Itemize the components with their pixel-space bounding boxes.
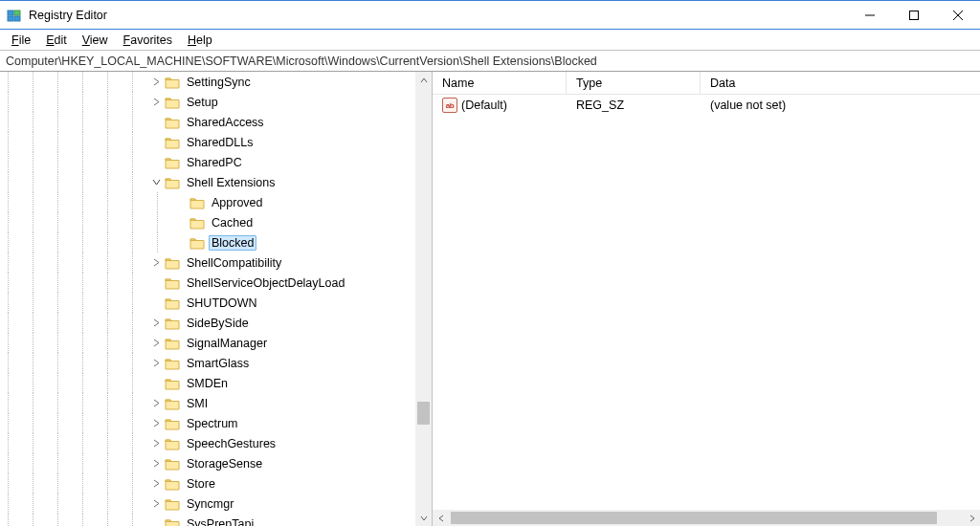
expand-icon[interactable]	[149, 296, 163, 310]
scroll-right-icon[interactable]	[964, 510, 980, 526]
folder-icon	[165, 317, 180, 330]
tree-item-signalmanager[interactable]: SignalManager	[0, 333, 415, 353]
values-horizontal-scrollbar[interactable]	[433, 510, 980, 526]
expand-icon[interactable]	[149, 357, 163, 370]
folder-icon	[165, 337, 180, 350]
value-row[interactable]: ab(Default)REG_SZ(value not set)	[433, 95, 980, 116]
expand-icon[interactable]	[174, 216, 188, 230]
folder-icon	[165, 96, 180, 109]
expand-icon[interactable]	[149, 417, 163, 430]
tree-item-approved[interactable]: Approved	[0, 192, 415, 212]
regedit-icon	[6, 7, 23, 24]
expand-icon[interactable]	[174, 236, 188, 250]
tree-item-label: Approved	[209, 195, 266, 210]
maximize-button[interactable]	[892, 1, 936, 30]
values-list[interactable]: ab(Default)REG_SZ(value not set)	[433, 95, 980, 510]
expand-icon[interactable]	[149, 156, 163, 169]
scroll-up-icon[interactable]	[415, 72, 432, 88]
tree-item-shutdown[interactable]: SHUTDOWN	[0, 293, 415, 313]
tree-item-store[interactable]: Store	[0, 473, 415, 493]
svg-rect-5	[910, 11, 919, 20]
tree-item-shareddlls[interactable]: SharedDLLs	[0, 132, 415, 152]
tree-item-syncmgr[interactable]: Syncmgr	[0, 493, 415, 514]
menu-edit[interactable]: Edit	[38, 32, 75, 49]
expand-icon[interactable]	[149, 337, 163, 350]
column-name[interactable]: Name	[433, 72, 567, 94]
address-bar[interactable]: Computer\HKEY_LOCAL_MACHINE\SOFTWARE\Mic…	[0, 51, 980, 72]
menu-favorites[interactable]: Favorites	[116, 32, 180, 49]
tree-item-label: SignalManager	[184, 336, 270, 351]
folder-icon	[165, 76, 180, 89]
scroll-left-icon[interactable]	[433, 510, 449, 526]
registry-editor-window: Registry Editor File Edit View Favorites…	[0, 0, 980, 526]
tree-item-spectrum[interactable]: Spectrum	[0, 413, 415, 433]
expand-icon[interactable]	[149, 497, 163, 511]
scroll-thumb[interactable]	[451, 512, 937, 524]
close-button[interactable]	[936, 1, 980, 30]
expand-icon[interactable]	[149, 276, 163, 290]
value-data: (value not set)	[701, 99, 980, 112]
folder-icon	[189, 196, 205, 209]
folder-icon	[165, 417, 180, 430]
expand-icon[interactable]	[149, 397, 163, 410]
tree-item-shellcompatibility[interactable]: ShellCompatibility	[0, 252, 415, 273]
expand-icon[interactable]	[149, 176, 163, 189]
tree-item-label: SHUTDOWN	[184, 296, 260, 311]
expand-icon[interactable]	[149, 477, 163, 491]
expand-icon[interactable]	[149, 96, 163, 109]
tree-item-settingsync[interactable]: SettingSync	[0, 72, 415, 92]
tree-item-label: Shell Extensions	[184, 175, 278, 190]
menu-file[interactable]: File	[4, 32, 38, 49]
tree-item-syspreptapi[interactable]: SysPrepTapi	[0, 514, 415, 526]
tree-item-label: SpeechGestures	[184, 436, 278, 451]
expand-icon[interactable]	[149, 116, 163, 129]
window-title: Registry Editor	[29, 9, 107, 22]
tree-item-label: SharedAccess	[184, 115, 267, 130]
tree-item-sidebyside[interactable]: SideBySide	[0, 313, 415, 333]
expand-icon[interactable]	[174, 196, 188, 209]
minimize-button[interactable]	[848, 1, 892, 30]
scroll-thumb[interactable]	[417, 402, 430, 425]
tree-item-storagesense[interactable]: StorageSense	[0, 453, 415, 473]
menu-help[interactable]: Help	[180, 32, 220, 49]
column-type[interactable]: Type	[567, 72, 701, 94]
tree-item-shellserviceobjectdelayload[interactable]: ShellServiceObjectDelayLoad	[0, 273, 415, 293]
expand-icon[interactable]	[149, 437, 163, 450]
tree-item-smi[interactable]: SMI	[0, 393, 415, 413]
tree-item-smden[interactable]: SMDEn	[0, 373, 415, 393]
menu-view[interactable]: View	[75, 32, 116, 49]
tree-item-label: ShellServiceObjectDelayLoad	[184, 275, 347, 291]
scroll-down-icon[interactable]	[415, 510, 432, 526]
value-type: REG_SZ	[567, 99, 701, 112]
expand-icon[interactable]	[149, 317, 163, 330]
tree-item-blocked[interactable]: Blocked	[0, 232, 415, 252]
folder-icon	[165, 296, 180, 310]
address-text: Computer\HKEY_LOCAL_MACHINE\SOFTWARE\Mic…	[6, 55, 597, 68]
expand-icon[interactable]	[149, 517, 163, 527]
tree-item-setup[interactable]: Setup	[0, 92, 415, 112]
expand-icon[interactable]	[149, 136, 163, 149]
window-controls	[848, 1, 980, 30]
tree-item-smartglass[interactable]: SmartGlass	[0, 353, 415, 373]
expand-icon[interactable]	[149, 76, 163, 89]
tree-item-shell-extensions[interactable]: Shell Extensions	[0, 172, 415, 192]
expand-icon[interactable]	[149, 256, 163, 270]
tree-view[interactable]: SettingSyncSetupSharedAccessSharedDLLsSh…	[0, 72, 415, 526]
tree-item-label: SettingSync	[184, 75, 254, 90]
expand-icon[interactable]	[149, 457, 163, 471]
expand-icon[interactable]	[149, 377, 163, 390]
tree-item-sharedaccess[interactable]: SharedAccess	[0, 112, 415, 132]
folder-icon	[189, 216, 205, 230]
folder-icon	[165, 477, 180, 491]
tree-item-sharedpc[interactable]: SharedPC	[0, 152, 415, 172]
tree-vertical-scrollbar[interactable]	[415, 72, 432, 526]
titlebar[interactable]: Registry Editor	[0, 1, 980, 30]
folder-icon	[165, 497, 180, 511]
tree-item-speechgestures[interactable]: SpeechGestures	[0, 433, 415, 453]
tree-item-cached[interactable]: Cached	[0, 212, 415, 232]
tree-item-label: SharedPC	[184, 155, 245, 170]
folder-icon	[165, 156, 180, 169]
tree-item-label: SMI	[184, 396, 211, 411]
column-data[interactable]: Data	[701, 72, 980, 94]
tree-item-label: SideBySide	[184, 316, 252, 331]
